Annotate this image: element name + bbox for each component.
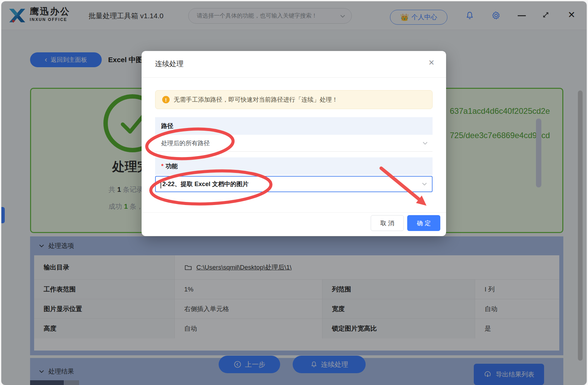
path-label-text: 路径 bbox=[161, 122, 173, 130]
required-mark: * bbox=[161, 163, 164, 170]
dialog-header-divider bbox=[142, 77, 446, 78]
alert-text: 无需手工添加路径，即可快速对当前路径进行「连续」处理！ bbox=[174, 96, 338, 104]
function-select-value: 2-22、提取 Excel 文档中的图片 bbox=[163, 180, 249, 188]
dialog-footer-divider bbox=[142, 212, 446, 213]
app-window: 鹰迅办公 INXUN OFFICE 批量处理工具箱 v1.14.0 请选择一个具… bbox=[1, 1, 587, 385]
path-select-value: 处理后的所有路径 bbox=[161, 139, 210, 147]
info-alert: ! 无需手工添加路径，即可快速对当前路径进行「连续」处理！ bbox=[155, 90, 433, 109]
function-field-label: * 功能 bbox=[155, 157, 433, 175]
path-field-label: 路径 bbox=[155, 117, 433, 135]
path-select[interactable]: 处理后的所有路径 bbox=[155, 135, 433, 152]
function-label-text: 功能 bbox=[166, 162, 178, 170]
chevron-down-icon bbox=[422, 182, 427, 186]
warning-icon: ! bbox=[162, 96, 170, 103]
cancel-button[interactable]: 取 消 bbox=[371, 215, 404, 231]
dialog-close-icon[interactable]: ✕ bbox=[428, 58, 435, 67]
dialog-title: 连续处理 bbox=[155, 59, 183, 69]
continuous-process-dialog: 连续处理 ✕ ! 无需手工添加路径，即可快速对当前路径进行「连续」处理！ 路径 … bbox=[142, 51, 446, 236]
function-select[interactable]: 2-22、提取 Excel 文档中的图片 bbox=[155, 176, 433, 192]
text-caret bbox=[161, 180, 161, 188]
chevron-down-icon bbox=[422, 142, 428, 145]
confirm-button[interactable]: 确 定 bbox=[407, 215, 440, 231]
